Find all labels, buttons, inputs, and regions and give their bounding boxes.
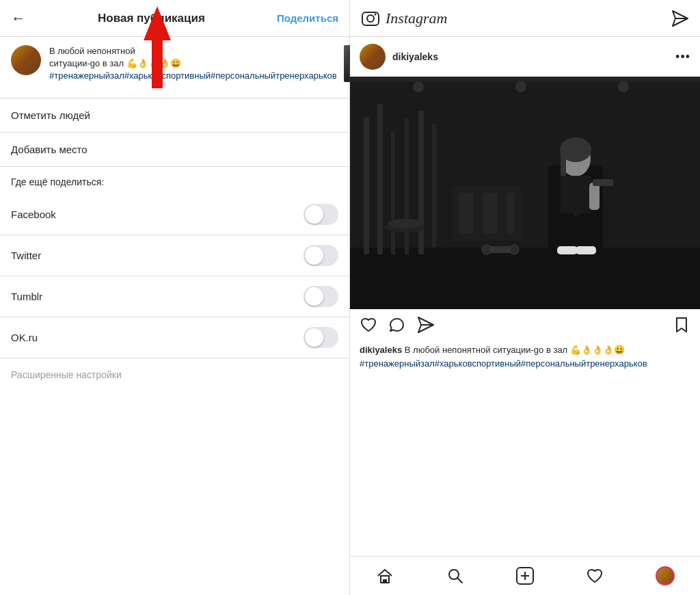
svg-point-8 [375, 13, 377, 15]
svg-point-42 [509, 245, 519, 254]
svg-point-34 [515, 81, 526, 92]
ig-more-button[interactable]: ••• [675, 50, 690, 64]
instagram-logo-text: Instagram [386, 10, 447, 27]
left-panel: ← Новая публикация Поделиться В любой не… [0, 0, 350, 595]
svg-marker-5 [144, 6, 171, 88]
ig-post-photo [350, 77, 700, 309]
search-icon [446, 567, 464, 585]
ig-caption: dikiyaleks В любой непонятной ситуации-g… [350, 341, 700, 377]
share-button[interactable]: Поделиться [277, 12, 338, 24]
nav-heart-icon [586, 567, 604, 585]
svg-rect-30 [589, 183, 600, 210]
add-icon [515, 566, 535, 585]
caption-line1: В любой непонятной [49, 46, 135, 56]
svg-rect-27 [579, 213, 593, 248]
svg-rect-39 [507, 193, 514, 234]
svg-point-20 [388, 219, 422, 228]
twitter-toggle-row: Twitter [0, 235, 349, 276]
avatar-image [11, 45, 41, 75]
svg-point-33 [413, 81, 424, 92]
svg-rect-26 [561, 213, 574, 248]
svg-rect-32 [350, 77, 700, 82]
tumblr-label: Tumblr [11, 291, 42, 302]
ig-profile-avatar [656, 566, 675, 585]
ig-actions [350, 309, 700, 341]
ig-caption-username[interactable]: dikiyaleks [360, 345, 402, 355]
ig-user-avatar [360, 44, 386, 70]
ig-nav-add[interactable] [509, 562, 541, 590]
ig-post-header: dikiyaleks ••• [350, 37, 700, 77]
caption-hashtags: #тренажерныйзал#харьковспортивный#персон… [49, 70, 337, 81]
ig-nav-heart[interactable] [578, 562, 611, 590]
svg-rect-14 [377, 104, 383, 254]
share-section-header: Где ещё поделиться: [0, 167, 349, 194]
instagram-logo-area: Instagram [361, 9, 447, 28]
tumblr-toggle[interactable] [304, 286, 338, 307]
comment-icon[interactable] [388, 316, 406, 334]
instagram-camera-icon [361, 9, 380, 28]
ig-post-user: dikiyaleks [360, 44, 438, 70]
ig-username[interactable]: dikiyaleks [392, 51, 438, 62]
twitter-toggle[interactable] [304, 245, 338, 266]
ig-nav-home[interactable] [368, 562, 401, 590]
svg-rect-25 [561, 176, 591, 217]
svg-point-41 [482, 245, 492, 254]
avatar [11, 45, 41, 75]
svg-point-35 [618, 81, 629, 92]
svg-rect-29 [576, 246, 596, 254]
advanced-settings-label: Расширенные настройки [11, 369, 122, 380]
post-caption: В любой непонятной ситуации-go в зал 💪👌👌… [49, 45, 337, 83]
facebook-toggle[interactable] [304, 204, 338, 225]
ig-bottom-nav [350, 556, 700, 595]
advanced-settings-button[interactable]: Расширенные настройки [0, 358, 349, 391]
tag-people-label: Отметить людей [11, 109, 90, 121]
svg-rect-13 [364, 118, 369, 254]
svg-rect-12 [350, 248, 700, 309]
facebook-toggle-row: Facebook [0, 194, 349, 235]
send-icon[interactable] [671, 10, 689, 27]
svg-rect-28 [557, 246, 578, 254]
svg-rect-24 [561, 150, 566, 177]
svg-rect-46 [383, 579, 387, 583]
add-place-button[interactable]: Добавить место [0, 133, 349, 167]
svg-rect-16 [405, 118, 409, 254]
svg-rect-15 [391, 131, 395, 254]
svg-line-48 [457, 578, 462, 583]
ig-nav-search[interactable] [439, 562, 472, 590]
okru-toggle[interactable] [304, 327, 338, 348]
twitter-label: Twitter [11, 250, 41, 261]
add-place-label: Добавить место [11, 144, 88, 155]
svg-point-7 [367, 15, 374, 22]
instagram-header: Instagram [350, 0, 700, 37]
svg-rect-38 [483, 193, 497, 234]
home-icon [376, 567, 394, 585]
svg-rect-31 [593, 179, 613, 186]
right-panel: Instagram dikiyaleks ••• [350, 0, 700, 595]
facebook-label: Facebook [11, 209, 56, 220]
svg-rect-17 [418, 111, 424, 254]
okru-toggle-row: OK.ru [0, 317, 349, 358]
okru-label: OK.ru [11, 332, 38, 343]
share-icon[interactable] [417, 316, 435, 334]
ig-nav-profile[interactable] [649, 562, 682, 590]
like-icon[interactable] [360, 316, 377, 334]
red-arrow-icon [130, 3, 185, 92]
tag-people-button[interactable]: Отметить людей [0, 98, 349, 133]
ig-caption-hashtags: #тренажерныйзал#харьковспортивный#персон… [360, 358, 647, 369]
ig-actions-left [360, 316, 435, 334]
ig-caption-text: В любой непонятной ситуации-go в зал 💪👌👌… [405, 345, 625, 355]
svg-rect-18 [432, 124, 436, 248]
svg-rect-37 [459, 193, 473, 234]
tumblr-toggle-row: Tumblr [0, 276, 349, 317]
back-button[interactable]: ← [11, 10, 26, 27]
gym-photo-illustration [350, 77, 700, 309]
bookmark-icon[interactable] [673, 316, 690, 334]
share-section-title: Где ещё поделиться: [11, 176, 104, 187]
